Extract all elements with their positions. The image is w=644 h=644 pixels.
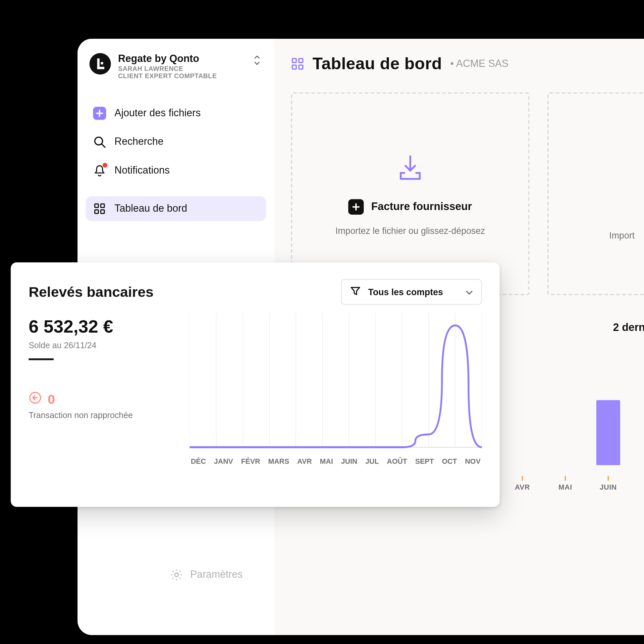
line-x-label: AOÛT [387, 457, 407, 466]
bar-label: AVR [510, 476, 534, 491]
filter-label: Tous les comptes [368, 287, 443, 297]
line-x-label: MARS [268, 457, 290, 466]
nav-dashboard-label: Tableau de bord [115, 203, 187, 215]
org-user: SARAH LAWRENCE [118, 65, 244, 72]
company-name: • ACME SAS [450, 58, 509, 70]
svg-rect-4 [95, 204, 98, 208]
svg-rect-10 [292, 65, 296, 69]
line-x-label: AVR [297, 457, 312, 466]
nav-dashboard[interactable]: Tableau de bord [86, 196, 266, 221]
divider [28, 358, 54, 360]
line-x-label: JUIN [341, 457, 357, 466]
chevron-down-icon [254, 61, 260, 65]
unreconciled-label: Transaction non rapprochée [28, 410, 178, 420]
dashboard-grid-icon [291, 57, 304, 71]
line-x-label: SEPT [415, 457, 434, 466]
line-x-label: MAI [320, 457, 333, 466]
plus-icon [349, 199, 364, 214]
gear-icon [170, 568, 183, 581]
bar-AVR [510, 464, 534, 465]
bank-statements-card: Relevés bancaires Tous les comptes 6 532… [11, 262, 500, 507]
twelve-months-title: 2 derniers mois [613, 321, 644, 334]
page-title: Tableau de bord [312, 54, 442, 74]
chevron-down-icon [466, 287, 473, 297]
nav-search[interactable]: Recherche [86, 130, 266, 155]
drop-card-sub: Importez le fichier ou glissez-déposez [336, 225, 485, 236]
unreconciled-number: 0 [48, 392, 55, 407]
svg-rect-6 [95, 210, 98, 214]
search-icon [93, 135, 106, 149]
page-header: Tableau de bord • ACME SAS [291, 51, 644, 84]
svg-point-12 [175, 573, 178, 577]
notification-dot [103, 163, 107, 167]
org-logo [89, 53, 111, 75]
unreconciled-icon [28, 391, 42, 408]
drop-card-title: Facture fournisseur [371, 200, 472, 213]
line-x-label: DÉC [191, 457, 206, 466]
filter-icon [350, 286, 361, 298]
dashboard-grid-icon [93, 202, 106, 215]
nav-settings-ghost: Paramètres [170, 568, 242, 581]
org-switcher-chevrons[interactable] [252, 53, 262, 65]
nav-notifications-label: Notifications [115, 165, 170, 177]
line-x-label: NOV [465, 457, 481, 466]
svg-rect-1 [97, 67, 104, 69]
org-switcher[interactable]: Regate by Qonto SARAH LAWRENCE CLIENT EX… [86, 52, 266, 84]
line-x-label: OCT [442, 457, 457, 466]
bar-JUIN [596, 400, 620, 465]
balance-amount: 6 532,32 € [28, 317, 178, 337]
bell-icon [93, 164, 106, 177]
bar-label: JUIN [596, 476, 620, 491]
svg-rect-9 [299, 59, 303, 63]
nav-notifications[interactable]: Notifications [86, 158, 266, 183]
svg-rect-5 [101, 204, 104, 208]
balance-line-chart [189, 313, 482, 450]
chevron-up-icon [254, 55, 260, 59]
org-name: Regate by Qonto [118, 53, 244, 65]
line-x-label: FÉVR [241, 457, 260, 466]
nav-add-files-label: Ajouter des fichiers [115, 107, 201, 119]
drop-card-secondary[interactable]: Import [547, 92, 644, 295]
bar-MAI [553, 464, 577, 465]
drop-card-sub: Import [609, 230, 635, 240]
bank-statements-title: Relevés bancaires [28, 284, 153, 300]
line-x-label: JANV [214, 457, 233, 466]
nav-search-label: Recherche [115, 136, 164, 148]
bar-label: MAI [553, 476, 577, 491]
accounts-filter-dropdown[interactable]: Tous les comptes [341, 279, 482, 304]
line-x-label: JUL [365, 457, 379, 466]
unreconciled-count: 0 [28, 391, 178, 408]
balance-date: Solde au 26/11/24 [28, 341, 178, 350]
plus-icon [93, 107, 106, 120]
download-icon [394, 152, 427, 188]
svg-rect-8 [292, 59, 296, 63]
svg-rect-7 [101, 210, 104, 214]
org-role: CLIENT EXPERT COMPTABLE [118, 72, 244, 80]
svg-rect-11 [299, 65, 303, 69]
nav-settings-label: Paramètres [190, 569, 242, 581]
nav-add-files[interactable]: Ajouter des fichiers [86, 101, 266, 126]
svg-rect-2 [101, 62, 103, 64]
